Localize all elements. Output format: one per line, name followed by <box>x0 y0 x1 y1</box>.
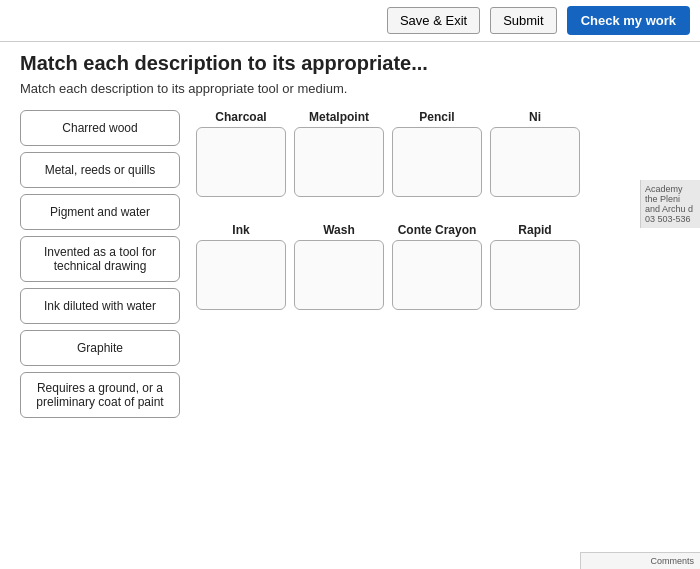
matching-area: Charred woodMetal, reeds or quillsPigmen… <box>20 110 680 418</box>
drop-label-conte-crayon: Conte Crayon <box>398 223 477 237</box>
drop-label-charcoal: Charcoal <box>215 110 266 124</box>
top-bar: Save & Exit Submit Check my work <box>0 0 700 42</box>
drop-zone-wrapper-wash: Wash <box>294 223 384 310</box>
drop-label-metalpoint: Metalpoint <box>309 110 369 124</box>
page-subtitle: Match each description to its appropriat… <box>20 81 680 96</box>
left-column: Charred woodMetal, reeds or quillsPigmen… <box>20 110 180 418</box>
side-panel-line4: 03 503-536 <box>645 214 696 224</box>
drop-zone-metalpoint[interactable] <box>294 127 384 197</box>
side-panel-line3: and Archu d <box>645 204 696 214</box>
side-panel: Academy the Pleni and Archu d 03 503-536 <box>640 180 700 228</box>
submit-button[interactable]: Submit <box>490 7 556 34</box>
drop-zone-pencil[interactable] <box>392 127 482 197</box>
drag-item-invented-tool[interactable]: Invented as a tool for technical drawing <box>20 236 180 282</box>
drop-zone-ni[interactable] <box>490 127 580 197</box>
drop-label-wash: Wash <box>323 223 355 237</box>
drag-item-graphite[interactable]: Graphite <box>20 330 180 366</box>
drag-item-metal-reeds[interactable]: Metal, reeds or quills <box>20 152 180 188</box>
drop-zone-charcoal[interactable] <box>196 127 286 197</box>
drop-row-1: InkWashConte CrayonRapid <box>196 223 680 310</box>
main-content: Match each description to its appropriat… <box>0 42 700 569</box>
drop-label-pencil: Pencil <box>419 110 454 124</box>
drop-zone-wrapper-ink: Ink <box>196 223 286 310</box>
right-column: CharcoalMetalpointPencilNiInkWashConte C… <box>196 110 680 418</box>
drop-zone-wrapper-ni: Ni <box>490 110 580 197</box>
page-title: Match each description to its appropriat… <box>20 52 680 75</box>
drag-item-charred-wood[interactable]: Charred wood <box>20 110 180 146</box>
check-my-work-button[interactable]: Check my work <box>567 6 690 35</box>
drop-zone-conte-crayon[interactable] <box>392 240 482 310</box>
drag-item-pigment-water[interactable]: Pigment and water <box>20 194 180 230</box>
drop-row-0: CharcoalMetalpointPencilNi <box>196 110 680 197</box>
drag-item-requires-ground[interactable]: Requires a ground, or a preliminary coat… <box>20 372 180 418</box>
drop-zone-ink[interactable] <box>196 240 286 310</box>
drop-label-rapid: Rapid <box>518 223 551 237</box>
side-panel-line1: Academy <box>645 184 696 194</box>
drop-label-ni: Ni <box>529 110 541 124</box>
drop-zone-wrapper-charcoal: Charcoal <box>196 110 286 197</box>
comments-bar: Comments <box>580 552 700 569</box>
side-panel-line2: the Pleni <box>645 194 696 204</box>
drag-item-ink-diluted[interactable]: Ink diluted with water <box>20 288 180 324</box>
drop-zone-wrapper-pencil: Pencil <box>392 110 482 197</box>
drop-zone-wrapper-rapid: Rapid <box>490 223 580 310</box>
drop-label-ink: Ink <box>232 223 249 237</box>
save-exit-button[interactable]: Save & Exit <box>387 7 480 34</box>
drop-zone-rapid[interactable] <box>490 240 580 310</box>
drop-zone-wash[interactable] <box>294 240 384 310</box>
drop-zone-wrapper-conte-crayon: Conte Crayon <box>392 223 482 310</box>
drop-zone-wrapper-metalpoint: Metalpoint <box>294 110 384 197</box>
